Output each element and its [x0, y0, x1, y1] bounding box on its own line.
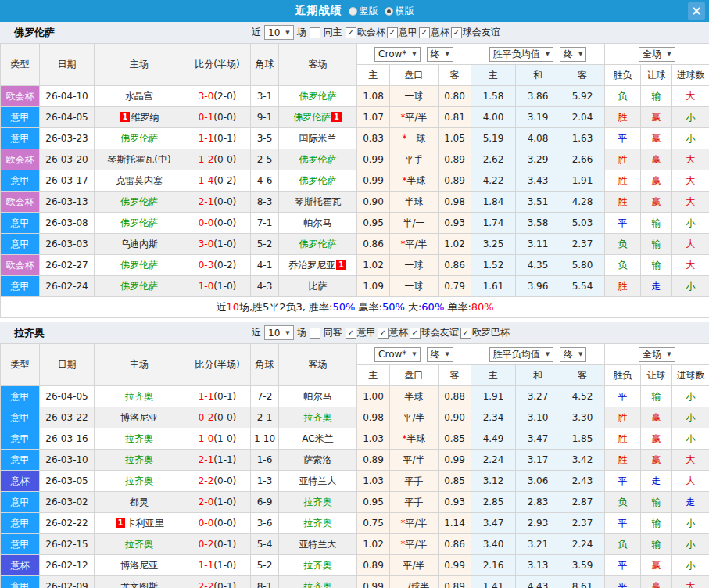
away-team[interactable]: 拉齐奥	[279, 492, 357, 513]
col-header-corner: 角球	[251, 44, 279, 86]
away-team[interactable]: 萨索洛	[279, 450, 357, 471]
away-team[interactable]: 亚特兰大	[279, 471, 357, 492]
score: 0-2(0-1)	[184, 534, 251, 555]
home-team[interactable]: 拉齐奥	[95, 471, 184, 492]
handicap-result-cell: 输	[641, 492, 672, 513]
horizontal-layout-radio[interactable]: 横版	[385, 5, 414, 18]
avg-draw-odds: 4.08	[516, 128, 560, 149]
handicap-result-text: 输	[652, 391, 661, 402]
away-team[interactable]: 拉齐奥	[279, 576, 357, 588]
home-team[interactable]: 都灵	[95, 492, 184, 513]
competition-badge: 欧会杯	[1, 149, 40, 170]
odds-time-select[interactable]: 终 ▼	[427, 47, 453, 62]
home-team[interactable]: 乌迪内斯	[95, 234, 184, 255]
same-venue-checkbox[interactable]	[310, 27, 320, 38]
handicap-result-text: 输	[652, 91, 661, 102]
home-team[interactable]: 拉齐奥	[95, 534, 184, 555]
competition-checkbox[interactable]: ✓	[410, 328, 421, 339]
away-handicap-odds: 0.89	[439, 170, 471, 192]
home-handicap-odds: 1.08	[357, 86, 390, 107]
match-row: 欧会杯26-04-10水晶宫3-0(2-0)3-1佛罗伦萨1.08一球0.801…	[1, 86, 709, 107]
games-label: 场	[297, 26, 306, 39]
away-team[interactable]: 帕尔马	[279, 213, 357, 234]
avg-odds-select[interactable]: 胜平负均值 ▼	[489, 47, 553, 62]
home-team[interactable]: 佛罗伦萨	[95, 255, 184, 276]
away-team[interactable]: 拉齐奥	[279, 555, 357, 576]
away-team[interactable]: 比萨	[279, 276, 357, 297]
home-handicap-odds: 0.75	[357, 513, 390, 534]
home-team[interactable]: 克雷莫内塞	[95, 170, 184, 192]
avg-time-select[interactable]: 终 ▼	[560, 47, 586, 62]
score: 1-1(1-0)	[184, 555, 251, 576]
same-venue-checkbox[interactable]	[310, 328, 320, 339]
away-handicap-odds: 0.85	[439, 471, 471, 492]
avg-odds-select[interactable]: 胜平负均值 ▼	[489, 347, 553, 362]
team-name-text: 拉齐奥	[304, 560, 332, 571]
summary-part: 赢率:	[355, 301, 382, 313]
competition-checkbox[interactable]: ✓	[419, 27, 430, 38]
away-team[interactable]: 乔治罗尼亚1	[279, 255, 357, 276]
team-name-text: 佛罗伦萨	[120, 217, 158, 228]
home-handicap-odds: 1.02	[357, 255, 390, 276]
competition-checkbox[interactable]: ✓	[451, 27, 462, 38]
handicap-result-cell: 赢	[641, 576, 672, 588]
score: 3-0(1-0)	[184, 234, 251, 255]
home-team[interactable]: 拉齐奥	[95, 450, 184, 471]
competition-badge: 意甲	[1, 128, 40, 149]
away-team[interactable]: 佛罗伦萨	[279, 149, 357, 170]
home-team[interactable]: 佛罗伦萨	[95, 213, 184, 234]
match-row: 意甲26-04-05拉齐奥1-1(0-1)7-2帕尔马1.00半球0.881.9…	[1, 386, 709, 407]
odds-time-select[interactable]: 终 ▼	[427, 347, 453, 362]
home-team[interactable]: 尤文图斯	[95, 576, 184, 588]
away-team[interactable]: 拉齐奥	[279, 407, 357, 428]
competition-checkbox[interactable]: ✓	[387, 27, 398, 38]
fulltime-score: 2-2	[199, 475, 214, 486]
competition-checkbox[interactable]: ✓	[378, 328, 389, 339]
goals-result-text: 小	[686, 112, 696, 123]
fulltime-score: 1-1	[199, 560, 214, 571]
halftime-score: (1-0)	[213, 281, 236, 292]
home-team[interactable]: 佛罗伦萨	[95, 192, 184, 213]
result-cell: 胜	[605, 149, 641, 170]
away-team[interactable]: 佛罗伦萨	[279, 170, 357, 192]
competition-checkbox[interactable]: ✓	[460, 328, 471, 339]
match-count-select[interactable]: 10 ▼	[264, 325, 294, 340]
fulltime-score: 2-1	[199, 196, 214, 207]
away-team[interactable]: 佛罗伦萨	[279, 86, 357, 107]
match-count-select[interactable]: 10 ▼	[264, 25, 294, 40]
home-team[interactable]: 水晶宫	[95, 86, 184, 107]
odds-source-select[interactable]: Crow* ▼	[374, 347, 421, 362]
away-team[interactable]: AC米兰	[279, 428, 357, 450]
scope-select[interactable]: 全场 ▼	[639, 47, 675, 62]
away-team[interactable]: 佛罗伦萨	[279, 234, 357, 255]
competition-checkbox[interactable]: ✓	[346, 27, 356, 38]
away-team[interactable]: 佛罗伦萨1	[279, 107, 357, 128]
halftime-score: (0-0)	[213, 217, 236, 228]
home-team[interactable]: 1卡利亚里	[95, 513, 184, 534]
home-team[interactable]: 1维罗纳	[95, 107, 184, 128]
home-team[interactable]: 博洛尼亚	[95, 555, 184, 576]
home-team[interactable]: 博洛尼亚	[95, 407, 184, 428]
home-team[interactable]: 琴斯托霍瓦(中)	[95, 149, 184, 170]
home-team[interactable]: 拉齐奥	[95, 386, 184, 407]
away-team[interactable]: 国际米兰	[279, 128, 357, 149]
odds-source-select[interactable]: Crow* ▼	[374, 47, 421, 62]
summary-part: 近	[216, 301, 226, 313]
halftime-score: (0-1)	[213, 539, 236, 550]
match-row: 意甲26-03-22博洛尼亚0-2(0-0)2-1拉齐奥0.98平/半0.902…	[1, 407, 709, 428]
goals-result-text: 大	[686, 238, 696, 249]
competition-checkbox[interactable]: ✓	[346, 328, 356, 339]
goals-result-cell: 大	[672, 255, 709, 276]
away-team[interactable]: 琴斯托霍瓦	[279, 192, 357, 213]
close-button[interactable]: ×	[688, 2, 705, 20]
home-team[interactable]: 拉齐奥	[95, 428, 184, 450]
scope-select[interactable]: 全场 ▼	[639, 347, 675, 362]
away-team[interactable]: 亚特兰大	[279, 534, 357, 555]
home-team[interactable]: 佛罗伦萨	[95, 128, 184, 149]
handicap-result-text: 赢	[652, 112, 661, 123]
away-team[interactable]: 帕尔马	[279, 386, 357, 407]
avg-time-select[interactable]: 终 ▼	[560, 347, 586, 362]
away-team[interactable]: 拉齐奥	[279, 513, 357, 534]
home-team[interactable]: 佛罗伦萨	[95, 276, 184, 297]
vertical-layout-radio[interactable]: 竖版	[349, 5, 378, 18]
